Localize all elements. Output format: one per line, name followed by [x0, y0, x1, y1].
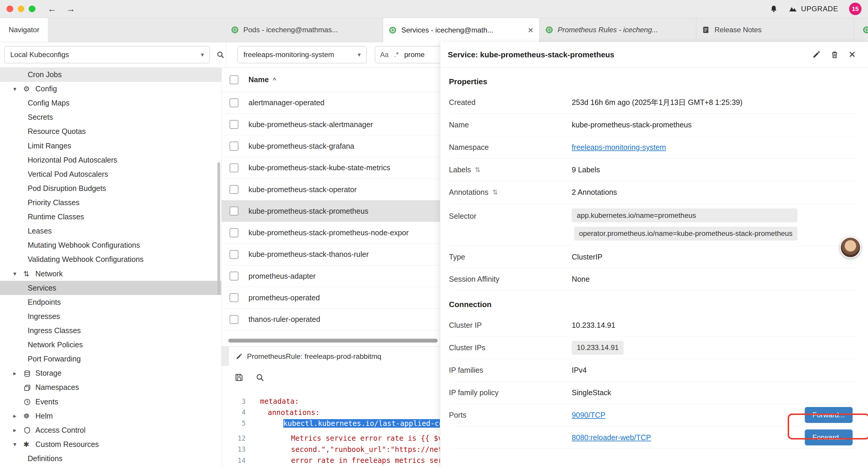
layers-icon: [23, 383, 35, 392]
search-input[interactable]: prome: [404, 51, 425, 59]
sidebar-item-leases[interactable]: Leases: [0, 224, 221, 238]
sidebar-item-ingress-classes[interactable]: Ingress Classes: [0, 323, 221, 338]
sidebar-item-mutating-webhook-configurations[interactable]: Mutating Webhook Configurations: [0, 238, 221, 253]
chevron-right-icon[interactable]: ▸: [13, 370, 23, 377]
tab-release-notes[interactable]: Release Notes: [696, 18, 855, 42]
sidebar-item-storage[interactable]: ▸Storage: [0, 366, 221, 380]
sidebar-item-label: Network: [35, 269, 63, 278]
sidebar-item-vertical-pod-autoscalers[interactable]: Vertical Pod Autoscalers: [0, 167, 221, 181]
sidebar-item-namespaces[interactable]: Namespaces: [0, 380, 221, 395]
sidebar-item-port-forwarding[interactable]: Port Forwarding: [0, 352, 221, 366]
back-arrow-icon[interactable]: ←: [48, 4, 56, 13]
chevron-down-icon[interactable]: ▾: [13, 441, 23, 448]
property-row-cluster-ips: Cluster IPs 10.233.14.91: [449, 337, 859, 359]
sidebar-item-services[interactable]: Services: [0, 281, 221, 295]
tab-services[interactable]: Services - icecheng@math... ✕: [383, 18, 539, 42]
close-panel-icon[interactable]: ✕: [848, 50, 856, 59]
property-row-annotations: Annotations ⇅ 2 Annotations: [449, 181, 859, 204]
sidebar-item-helm[interactable]: ▸☸Helm: [0, 409, 221, 423]
port-link[interactable]: 9090/TCP: [572, 411, 606, 419]
namespace-link[interactable]: freeleaps-monitoring-system: [572, 143, 666, 152]
sidebar-item-config-maps[interactable]: Config Maps: [0, 96, 221, 110]
sidebar-item-label: Vertical Pod Autoscalers: [28, 170, 108, 178]
regex-toggle[interactable]: .*: [394, 51, 399, 59]
row-checkbox[interactable]: [229, 164, 239, 172]
tab-prometheus-rules[interactable]: Prometheus Rules - icecheng...: [539, 18, 696, 42]
notification-count-badge[interactable]: 15: [849, 3, 861, 15]
gear-icon: ⚙: [23, 85, 35, 93]
property-row-namespace: Namespace freeleaps-monitoring-system: [449, 136, 859, 159]
sidebar-item-limit-ranges[interactable]: Limit Ranges: [0, 139, 221, 153]
chevron-down-icon[interactable]: ▾: [13, 85, 23, 92]
sort-asc-icon[interactable]: ^: [273, 76, 276, 83]
sidebar-item-validating-webhook-configurations[interactable]: Validating Webhook Configurations: [0, 253, 221, 267]
sidebar-item-definitions[interactable]: Definitions: [0, 451, 221, 466]
row-checkbox[interactable]: [229, 207, 239, 215]
sidebar-item-custom-resources[interactable]: ▾✱Custom Resources: [0, 437, 221, 451]
line-number: 3: [221, 398, 246, 405]
edit-pencil-icon[interactable]: [812, 50, 821, 59]
row-checkbox[interactable]: [229, 120, 239, 129]
row-checkbox[interactable]: [229, 293, 239, 302]
close-tab-icon[interactable]: ✕: [523, 26, 533, 35]
tabstrip-spacer: [218, 18, 225, 42]
row-checkbox[interactable]: [229, 315, 239, 324]
editor-search-icon[interactable]: [255, 373, 265, 382]
sidebar-item-ingresses[interactable]: Ingresses: [0, 309, 221, 323]
sidebar-item-endpoints[interactable]: Endpoints: [0, 295, 221, 309]
detail-panel-header: Service: kube-prometheus-stack-prometheu…: [440, 42, 868, 68]
sidebar-item-resource-quotas[interactable]: Resource Quotas: [0, 124, 221, 139]
row-checkbox[interactable]: [229, 228, 239, 237]
row-checkbox[interactable]: [229, 250, 239, 259]
tab-pods[interactable]: Pods - icecheng@mathmas...: [225, 18, 383, 42]
sidebar-item-label: Priority Classes: [28, 198, 80, 207]
sidebar-item-label: Runtime Classes: [28, 212, 84, 221]
row-checkbox[interactable]: [229, 98, 239, 107]
property-value: None: [572, 275, 589, 284]
trash-icon[interactable]: [830, 50, 839, 59]
name-column-header[interactable]: Name: [248, 76, 269, 84]
kubeconfig-select[interactable]: Local Kubeconfigs ▾: [4, 46, 210, 63]
minimize-window-button[interactable]: [18, 6, 24, 12]
port-link[interactable]: 8080:reloader-web/TCP: [572, 433, 651, 442]
sidebar-item-horizontal-pod-autoscalers[interactable]: Horizontal Pod Autoscalers: [0, 153, 221, 167]
tab-argo[interactable]: Argo S: [857, 18, 868, 42]
bell-icon[interactable]: [770, 5, 778, 13]
sidebar-item-network-policies[interactable]: Network Policies: [0, 338, 221, 352]
sidebar-item-runtime-classes[interactable]: Runtime Classes: [0, 210, 221, 224]
sidebar-item-cron-jobs[interactable]: Cron Jobs: [0, 67, 221, 82]
chevron-down-icon[interactable]: ▾: [13, 270, 23, 277]
sidebar-item-events[interactable]: Events: [0, 395, 221, 409]
editor-tab-prometheusrule[interactable]: PrometheusRule: freeleaps-prod-rabbitmq: [228, 347, 442, 366]
sidebar-item-access-control[interactable]: ▸Access Control: [0, 423, 221, 437]
row-checkbox[interactable]: [229, 185, 239, 194]
chevron-right-icon[interactable]: ▸: [13, 412, 23, 419]
expand-sort-icon[interactable]: ⇅: [492, 188, 498, 196]
forward-arrow-icon[interactable]: →: [66, 4, 75, 13]
service-detail-panel: Service: kube-prometheus-stack-prometheu…: [440, 42, 868, 467]
match-case-toggle[interactable]: Aa: [380, 51, 389, 59]
sidebar-item-network[interactable]: ▾⇅Network: [0, 267, 221, 281]
sidebar-item-secrets[interactable]: Secrets: [0, 110, 221, 124]
storage-icon: [23, 369, 35, 377]
close-window-button[interactable]: [6, 6, 13, 12]
horizontal-scrollbar[interactable]: [228, 339, 438, 343]
sidebar-item-config[interactable]: ▾⚙Config: [0, 82, 221, 96]
namespace-select[interactable]: freeleaps-monitoring-system ▾: [238, 46, 366, 63]
service-name: kube-prometheus-stack-operator: [248, 185, 357, 194]
save-icon[interactable]: [235, 373, 243, 382]
sidebar-item-pod-disruption-budgets[interactable]: Pod Disruption Budgets: [0, 181, 221, 195]
select-all-checkbox[interactable]: [229, 76, 239, 84]
upgrade-button[interactable]: UPGRADE: [789, 5, 838, 13]
kubernetes-icon: [862, 26, 868, 34]
sidebar-search-icon[interactable]: [216, 51, 224, 59]
sidebar-scrollbar[interactable]: [217, 162, 220, 295]
row-checkbox[interactable]: [229, 272, 239, 281]
sidebar-item-priority-classes[interactable]: Priority Classes: [0, 195, 221, 209]
expand-sort-icon[interactable]: ⇅: [475, 166, 480, 174]
maximize-window-button[interactable]: [29, 6, 35, 12]
user-avatar[interactable]: [840, 237, 861, 258]
property-value: IPv4: [572, 366, 587, 375]
chevron-right-icon[interactable]: ▸: [13, 427, 23, 434]
row-checkbox[interactable]: [229, 142, 239, 150]
